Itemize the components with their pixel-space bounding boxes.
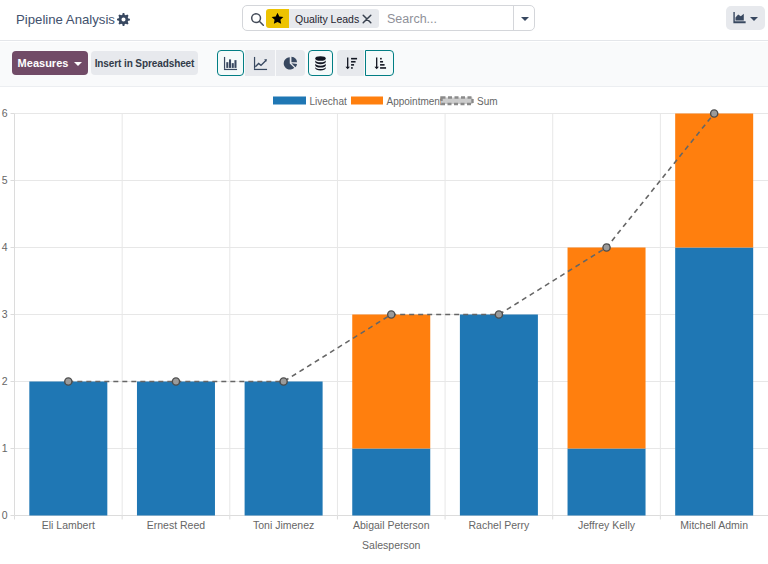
svg-text:5: 5 xyxy=(2,174,8,186)
svg-text:Toni Jimenez: Toni Jimenez xyxy=(253,519,314,531)
svg-text:1: 1 xyxy=(2,442,8,454)
svg-text:6: 6 xyxy=(2,107,8,119)
svg-text:0: 0 xyxy=(2,509,8,521)
svg-text:Appointment: Appointment xyxy=(387,96,443,107)
svg-text:Livechat: Livechat xyxy=(310,96,347,107)
svg-text:Sum: Sum xyxy=(477,96,498,107)
svg-text:Abigail Peterson: Abigail Peterson xyxy=(353,519,430,531)
svg-text:Eli Lambert: Eli Lambert xyxy=(42,519,95,531)
svg-text:4: 4 xyxy=(2,241,8,253)
svg-text:Mitchell Admin: Mitchell Admin xyxy=(680,519,748,531)
svg-text:Salesperson: Salesperson xyxy=(362,539,421,551)
svg-text:Rachel Perry: Rachel Perry xyxy=(469,519,530,531)
svg-text:Ernest Reed: Ernest Reed xyxy=(147,519,206,531)
svg-text:3: 3 xyxy=(2,308,8,320)
svg-text:Jeffrey Kelly: Jeffrey Kelly xyxy=(578,519,636,531)
svg-text:2: 2 xyxy=(2,375,8,387)
